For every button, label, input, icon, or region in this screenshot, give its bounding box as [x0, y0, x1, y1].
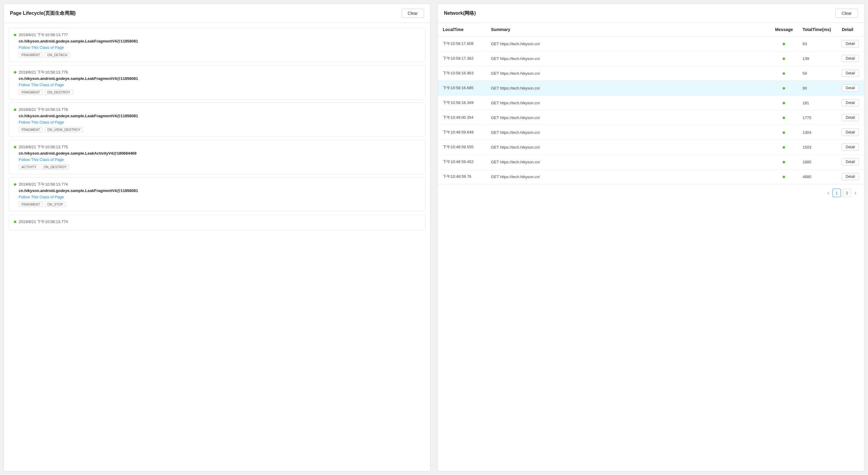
network-panel: Network(网络) Clear LocalTime Summary Mess… — [438, 4, 864, 471]
lifecycle-clear-button[interactable]: Clear — [401, 9, 424, 18]
follow-class-link[interactable]: Follow This Class of Page — [19, 195, 420, 199]
timestamp: 2019/8/21 下午10:58:13.777 — [19, 32, 68, 38]
detail-button[interactable]: Detail — [842, 70, 859, 77]
cell-localtime: 下午10:58:17.608 — [438, 36, 486, 51]
cell-summary: GET https://tech.hikyson.cn/ — [486, 36, 770, 51]
cell-localtime: 下午10:48:59.76 — [438, 169, 486, 184]
cell-localtime: 下午10:48:59.649 — [438, 125, 486, 140]
cell-detail: Detail — [837, 66, 864, 81]
cell-detail: Detail — [837, 140, 864, 155]
class-name: cn.hikyson.android.godeye.sample.LeakAct… — [19, 151, 420, 156]
lifecycle-item-header: 2019/8/21 下午10:58:13.775 — [14, 144, 420, 150]
cell-detail: Detail — [837, 81, 864, 96]
cell-totaltime: 1304 — [798, 125, 837, 140]
tag: ON_VIEW_DESTROY — [44, 127, 83, 132]
class-name: cn.hikyson.android.godeye.sample.LeakFra… — [19, 39, 420, 43]
timestamp: 2019/8/21 下午10:58:13.774 — [19, 219, 68, 225]
cell-totaltime: 181 — [798, 96, 837, 110]
cell-totaltime: 1685 — [798, 155, 837, 169]
class-name: cn.hikyson.android.godeye.sample.LeakFra… — [19, 114, 420, 118]
network-title: Network(网络) — [444, 10, 476, 16]
timestamp: 2019/8/21 下午10:58:13.775 — [19, 144, 68, 150]
network-content: LocalTime Summary Message TotalTime(ms) … — [438, 23, 864, 201]
cell-localtime: 下午10:48:59.555 — [438, 140, 486, 155]
tag-list: FRAGMENTON_DETACH — [19, 52, 420, 58]
table-row: 下午10:48:59.555GET https://tech.hikyson.c… — [438, 140, 864, 155]
network-clear-button[interactable]: Clear — [835, 9, 858, 18]
detail-button[interactable]: Detail — [842, 99, 859, 106]
cell-localtime: 下午10:58:17.362 — [438, 51, 486, 66]
cell-message — [770, 51, 798, 66]
follow-class-link[interactable]: Follow This Class of Page — [19, 82, 420, 87]
network-table-head: LocalTime Summary Message TotalTime(ms) … — [438, 23, 864, 36]
lifecycle-item: 2019/8/21 下午10:58:13.774cn.hikyson.andro… — [9, 177, 425, 212]
tag-list: FRAGMENTON_VIEW_DESTROY — [19, 127, 420, 132]
follow-class-link[interactable]: Follow This Class of Page — [19, 157, 420, 162]
lifecycle-item: 2019/8/21 下午10:58:13.774 — [9, 214, 425, 230]
follow-class-link[interactable]: Follow This Class of Page — [19, 120, 420, 125]
cell-message — [770, 81, 798, 96]
cell-summary: GET https://tech.hikyson.cn/ — [486, 125, 770, 140]
lifecycle-item-header: 2019/8/21 下午10:58:13.776 — [14, 70, 420, 75]
cell-detail: Detail — [837, 110, 864, 125]
tag: FRAGMENT — [19, 90, 43, 95]
lifecycle-item-header: 2019/8/21 下午10:58:13.776 — [14, 107, 420, 112]
class-name: cn.hikyson.android.godeye.sample.LeakFra… — [19, 76, 420, 81]
cell-totaltime: 63 — [798, 36, 837, 51]
cell-summary: GET https://tech.hikyson.cn/ — [486, 155, 770, 169]
cell-message — [770, 155, 798, 169]
cell-message — [770, 169, 798, 184]
detail-button[interactable]: Detail — [842, 84, 859, 92]
status-dot — [14, 34, 16, 36]
cell-detail: Detail — [837, 96, 864, 110]
message-status-dot — [783, 87, 785, 90]
cell-localtime: 下午10:58:16.963 — [438, 66, 486, 81]
network-table: LocalTime Summary Message TotalTime(ms) … — [438, 23, 864, 184]
lifecycle-item: 2019/8/21 下午10:58:13.776cn.hikyson.andro… — [9, 65, 425, 99]
lifecycle-item: 2019/8/21 下午10:58:13.777cn.hikyson.andro… — [9, 28, 425, 62]
detail-button[interactable]: Detail — [842, 55, 859, 62]
message-status-dot — [783, 116, 785, 119]
message-status-dot — [783, 102, 785, 104]
cell-detail: Detail — [837, 169, 864, 184]
detail-button[interactable]: Detail — [842, 129, 859, 136]
table-row: 下午10:58:16.963GET https://tech.hikyson.c… — [438, 66, 864, 81]
status-dot — [14, 108, 16, 111]
detail-button[interactable]: Detail — [842, 40, 859, 47]
cell-totaltime: 90 — [798, 81, 837, 96]
prev-page-button[interactable]: ‹ — [826, 189, 831, 197]
col-header-totaltime: TotalTime(ms) — [798, 23, 837, 36]
detail-button[interactable]: Detail — [842, 143, 859, 151]
detail-button[interactable]: Detail — [842, 158, 859, 166]
detail-button[interactable]: Detail — [842, 114, 859, 121]
col-header-message: Message — [770, 23, 798, 36]
network-header: Network(网络) Clear — [438, 4, 864, 23]
cell-localtime: 下午10:58:16.349 — [438, 96, 486, 110]
cell-totaltime: 1775 — [798, 110, 837, 125]
cell-summary: GET https://tech.hikyson.cn/ — [486, 169, 770, 184]
tag: ON_DETACH — [44, 52, 70, 58]
lifecycle-panel: Page Lifecycle(页面生命周期) Clear 2019/8/21 下… — [4, 4, 430, 471]
table-row: 下午10:58:16.685GET https://tech.hikyson.c… — [438, 81, 864, 96]
timestamp: 2019/8/21 下午10:58:13.774 — [19, 182, 68, 187]
table-row: 下午10:48:59.452GET https://tech.hikyson.c… — [438, 155, 864, 169]
page-2-button[interactable]: 2 — [843, 189, 851, 197]
detail-button[interactable]: Detail — [842, 173, 859, 180]
table-row: 下午10:48:59.649GET https://tech.hikyson.c… — [438, 125, 864, 140]
status-dot — [14, 220, 16, 223]
cell-detail: Detail — [837, 51, 864, 66]
cell-totaltime: 139 — [798, 51, 837, 66]
table-row: 下午10:49:00.354GET https://tech.hikyson.c… — [438, 110, 864, 125]
lifecycle-item-header: 2019/8/21 下午10:58:13.774 — [14, 219, 420, 225]
page-1-button[interactable]: 1 — [832, 189, 841, 197]
lifecycle-item: 2019/8/21 下午10:58:13.776cn.hikyson.andro… — [9, 102, 425, 137]
tag: FRAGMENT — [19, 52, 43, 58]
cell-message — [770, 140, 798, 155]
next-page-button[interactable]: › — [853, 189, 858, 197]
message-status-dot — [783, 176, 785, 178]
follow-class-link[interactable]: Follow This Class of Page — [19, 45, 420, 50]
cell-totaltime: 1503 — [798, 140, 837, 155]
lifecycle-content: 2019/8/21 下午10:58:13.777cn.hikyson.andro… — [4, 23, 430, 235]
status-dot — [14, 146, 16, 148]
tag-list: FRAGMENTON_DESTROY — [19, 90, 420, 95]
